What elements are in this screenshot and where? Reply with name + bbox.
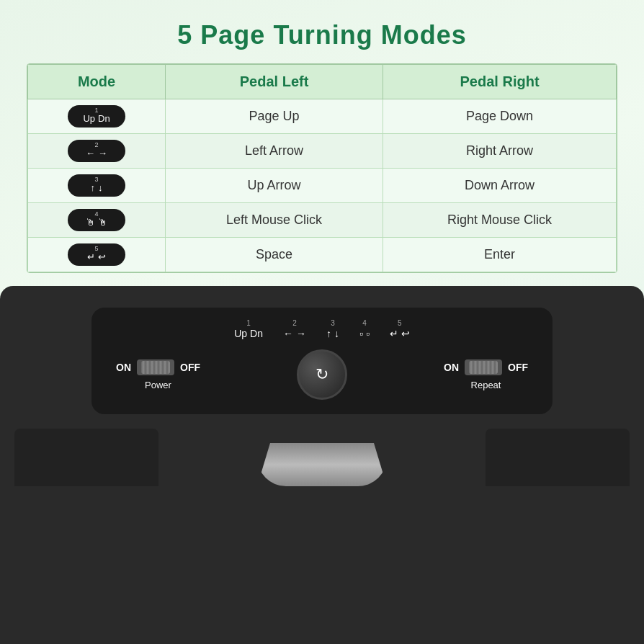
table-row: 4 🖱 🖱 Left Mouse ClickRight Mouse Click: [28, 203, 617, 238]
power-switch-row: ON OFF: [116, 359, 200, 375]
mode-badge-4: 4 🖱 🖱: [68, 209, 125, 231]
controls-row: ON OFF Power ↻ ON: [109, 349, 535, 400]
repeat-on-label: ON: [444, 362, 459, 373]
power-off-label: OFF: [180, 362, 200, 373]
mode-badge-5: 5 ↵ ↩: [68, 243, 125, 266]
pedal-right-4: Right Mouse Click: [383, 203, 617, 238]
mode-cell-4: 4 🖱 🖱: [28, 203, 166, 238]
mode-cell-5: 5 ↵ ↩: [28, 238, 166, 272]
pedal-left-4: Left Mouse Click: [166, 203, 383, 238]
repeat-off-label: OFF: [508, 362, 528, 373]
center-knob[interactable]: ↻: [297, 349, 347, 400]
modes-table: Mode Pedal Left Pedal Right 1 Up Dn Page…: [27, 64, 617, 272]
mode-cell-2: 2 ← →: [28, 134, 166, 169]
power-toggle-ridges: [141, 361, 170, 374]
power-toggle[interactable]: [137, 359, 174, 375]
pedal-right-5: Enter: [383, 238, 617, 272]
repeat-label: Repeat: [471, 380, 501, 390]
col-header-pedal-left: Pedal Left: [166, 65, 383, 99]
mode-badge-2: 2 ← →: [68, 140, 125, 162]
mode-indicators-row: 1 Up Dn 2 ← → 3 ↑ ↓: [109, 319, 535, 339]
table-row: 1 Up Dn Page UpPage Down: [28, 99, 617, 134]
pedal-right-1: Page Down: [383, 99, 617, 134]
mode-indicator-4: 4 ▫ ▫: [359, 319, 370, 339]
pedal-right-3: Down Arrow: [383, 169, 617, 203]
page-title: 5 Page Turning Modes: [177, 20, 466, 50]
right-pedal[interactable]: [486, 429, 630, 486]
mode-indicator-5: 5 ↵ ↩: [390, 319, 410, 339]
modes-table-container: Mode Pedal Left Pedal Right 1 Up Dn Page…: [27, 63, 617, 273]
knob-arrow-icon: ↻: [316, 365, 328, 384]
col-header-mode: Mode: [28, 65, 166, 99]
power-switch-group: ON OFF Power: [116, 359, 200, 390]
table-header-row: Mode Pedal Left Pedal Right: [28, 65, 617, 99]
repeat-switch-row: ON OFF: [444, 359, 528, 375]
center-divider: [257, 443, 387, 486]
foot-area: [0, 429, 644, 486]
knob-area: ↻: [297, 349, 347, 400]
power-on-label: ON: [116, 362, 131, 373]
mode-indicator-2: 2 ← →: [283, 319, 306, 339]
pedal-left-2: Left Arrow: [166, 134, 383, 169]
mode-badge-1: 1 Up Dn: [68, 105, 125, 128]
left-pedal[interactable]: [14, 429, 158, 486]
mode-cell-3: 3 ↑ ↓: [28, 169, 166, 203]
pedal-left-5: Space: [166, 238, 383, 272]
repeat-switch-group: ON OFF Repeat: [444, 359, 528, 390]
repeat-toggle[interactable]: [465, 359, 502, 375]
control-panel: 1 Up Dn 2 ← → 3 ↑ ↓: [91, 308, 553, 414]
pedal-right-2: Right Arrow: [383, 134, 617, 169]
mode-indicator-3: 3 ↑ ↓: [326, 319, 339, 339]
power-label: Power: [145, 380, 171, 390]
col-header-pedal-right: Pedal Right: [383, 65, 617, 99]
repeat-toggle-ridges: [469, 361, 498, 374]
hardware-section: 1 Up Dn 2 ← → 3 ↑ ↓: [0, 286, 644, 644]
mode-badge-3: 3 ↑ ↓: [68, 174, 125, 197]
pedal-left-1: Page Up: [166, 99, 383, 134]
table-row: 2 ← → Left ArrowRight Arrow: [28, 134, 617, 169]
pedal-left-3: Up Arrow: [166, 169, 383, 203]
mode-indicator-1: 1 Up Dn: [234, 319, 263, 339]
table-row: 5 ↵ ↩ SpaceEnter: [28, 238, 617, 272]
table-row: 3 ↑ ↓ Up ArrowDown Arrow: [28, 169, 617, 203]
mode-cell-1: 1 Up Dn: [28, 99, 166, 134]
